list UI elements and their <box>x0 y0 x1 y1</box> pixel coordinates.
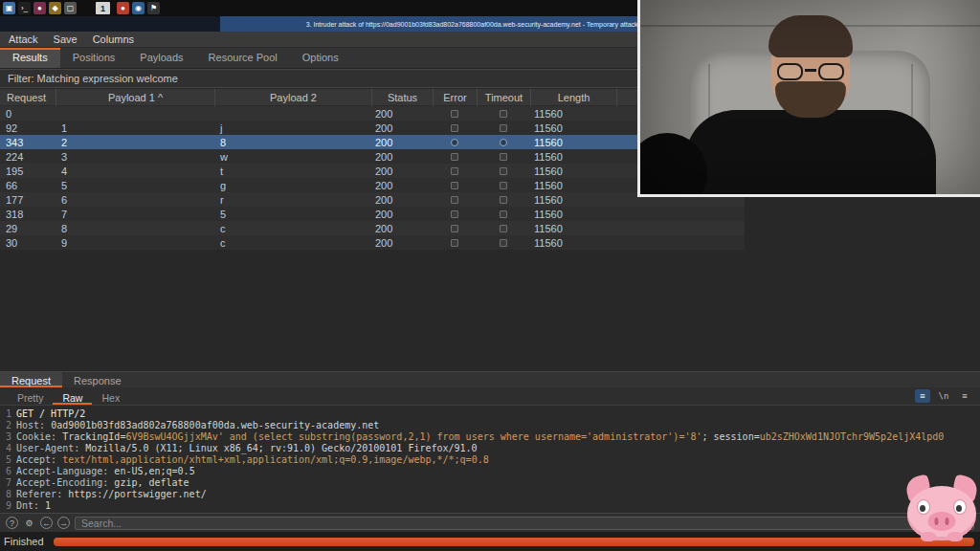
editor-toolbar-icons: ≡ \n ≡ <box>915 387 980 405</box>
tab-positions[interactable]: Positions <box>60 48 128 68</box>
request-text-segment: 1 <box>45 500 51 511</box>
cell-request: 195 <box>0 164 56 178</box>
cell-payload2: 5 <box>214 207 371 221</box>
table-row[interactable]: 2243w20011560 <box>0 149 745 164</box>
tab-hex[interactable]: Hex <box>92 387 129 405</box>
cell-error <box>433 164 477 178</box>
line-number: 5 <box>2 454 11 466</box>
table-row[interactable]: 3432820011560 <box>0 135 745 149</box>
menu-attack[interactable]: Attack <box>9 33 38 45</box>
cell-length: 11560 <box>530 192 616 207</box>
line-number: 1 <box>2 408 11 420</box>
colorize-icon[interactable]: ≡ <box>915 389 930 403</box>
menu-save[interactable]: Save <box>54 33 78 45</box>
table-row[interactable]: 020011560 <box>0 106 745 121</box>
timeout-checkbox <box>500 153 507 161</box>
tab-resource-pool[interactable]: Resource Pool <box>196 48 290 68</box>
table-row[interactable]: 298c20011560 <box>0 221 745 235</box>
terminal-icon[interactable]: ›_ <box>18 2 31 14</box>
cell-payload2: t <box>214 164 371 178</box>
request-text-segment: Dnt: <box>16 500 45 511</box>
column-header-error[interactable]: Error <box>433 89 477 106</box>
column-header-payload1[interactable]: Payload 1 ^ <box>56 89 214 106</box>
tab-raw[interactable]: Raw <box>53 387 92 405</box>
cell-timeout <box>477 192 530 207</box>
cell-timeout <box>477 149 530 164</box>
cell-error <box>433 121 477 135</box>
column-header-status[interactable]: Status <box>371 89 433 106</box>
timeout-checkbox <box>500 196 507 204</box>
record-icon[interactable]: ● <box>117 2 129 14</box>
cell-length: 11560 <box>530 135 616 149</box>
cell-status: 200 <box>371 221 433 235</box>
cell-payload2: w <box>214 149 371 164</box>
cell-request: 92 <box>0 121 56 135</box>
table-row[interactable]: 309c20011560 <box>0 235 745 250</box>
cell-request: 30 <box>0 235 56 250</box>
paint-app-icon[interactable]: ◆ <box>49 2 61 14</box>
table-row[interactable]: 3187520011560 <box>0 207 745 221</box>
newline-icon[interactable]: \n <box>936 389 951 403</box>
timeout-checkbox <box>500 210 507 218</box>
line-number: 2 <box>2 420 11 431</box>
attack-progress-bar <box>54 538 974 546</box>
cell-timeout <box>477 121 530 135</box>
error-checkbox <box>451 210 458 218</box>
workspace-indicator[interactable]: 1 <box>96 2 110 14</box>
table-row[interactable]: 921j20011560 <box>0 121 745 135</box>
person-head <box>771 19 850 113</box>
cell-request: 66 <box>0 178 56 192</box>
tab-pretty[interactable]: Pretty <box>8 387 53 405</box>
obs-icon[interactable]: ◉ <box>132 2 145 14</box>
request-text-segment: TrackingId= <box>62 431 125 442</box>
taskbar-icons-right: ●◉⚑ <box>117 2 160 14</box>
menu-columns[interactable]: Columns <box>93 33 134 45</box>
cell-request: 318 <box>0 207 56 221</box>
column-header-length[interactable]: Length <box>530 89 616 106</box>
search-input[interactable] <box>75 517 974 530</box>
column-header-timeout[interactable]: Timeout <box>477 89 530 106</box>
cell-payload1: 2 <box>56 135 214 149</box>
cell-request: 224 <box>0 149 56 164</box>
column-header-payload2[interactable]: Payload 2 <box>214 89 371 106</box>
table-row[interactable]: 1776r20011560 <box>0 192 745 207</box>
error-checkbox <box>451 110 458 118</box>
view-tabs: Pretty Raw Hex ≡ \n ≡ <box>0 387 980 406</box>
request-editor-lines: 1GET / HTTP/22Host: 0ad9001b03fd83ad802a… <box>0 408 980 512</box>
cell-filler <box>616 235 745 250</box>
flag-icon[interactable]: ⚑ <box>147 2 160 14</box>
request-line: 9Dnt: 1 <box>0 500 980 512</box>
prev-match-icon[interactable]: ← <box>40 517 53 529</box>
cell-timeout <box>477 135 530 149</box>
tab-options[interactable]: Options <box>290 48 351 68</box>
help-icon[interactable]: ? <box>6 517 18 529</box>
cell-request: 0 <box>0 106 56 121</box>
request-text-segment: https://portswigger.net/ <box>68 489 207 499</box>
cell-request: 29 <box>0 221 56 235</box>
column-header-request[interactable]: Request <box>0 89 56 106</box>
tab-payloads[interactable]: Payloads <box>127 48 195 68</box>
tab-response[interactable]: Response <box>62 372 133 387</box>
next-match-icon[interactable]: → <box>57 517 70 529</box>
table-row[interactable]: 665g20011560 <box>0 178 745 192</box>
editor-menu-icon[interactable]: ≡ <box>957 389 972 403</box>
request-text-segment: 0ad9001b03fd83ad802a768800af00da.web-sec… <box>51 420 379 430</box>
cell-status: 200 <box>371 192 433 207</box>
window-app-icon[interactable]: ▢ <box>64 2 77 14</box>
request-editor[interactable]: 1GET / HTTP/22Host: 0ad9001b03fd83ad802a… <box>0 406 980 513</box>
settings-icon[interactable]: ⚙ <box>23 517 35 529</box>
browser-icon[interactable]: ● <box>33 2 46 14</box>
cell-error <box>433 192 477 207</box>
line-number: 8 <box>2 489 11 500</box>
code-app-icon[interactable]: ▣ <box>3 2 15 14</box>
cell-timeout <box>477 235 530 250</box>
cell-payload1: 8 <box>56 221 214 235</box>
pig-snout <box>928 512 956 531</box>
error-checkbox <box>451 139 458 146</box>
tab-request[interactable]: Request <box>0 372 62 387</box>
timeout-checkbox <box>500 124 507 132</box>
cell-error <box>433 235 477 250</box>
cell-payload1: 6 <box>56 192 214 207</box>
tab-results[interactable]: Results <box>0 48 60 68</box>
table-row[interactable]: 1954t20011560 <box>0 164 745 178</box>
